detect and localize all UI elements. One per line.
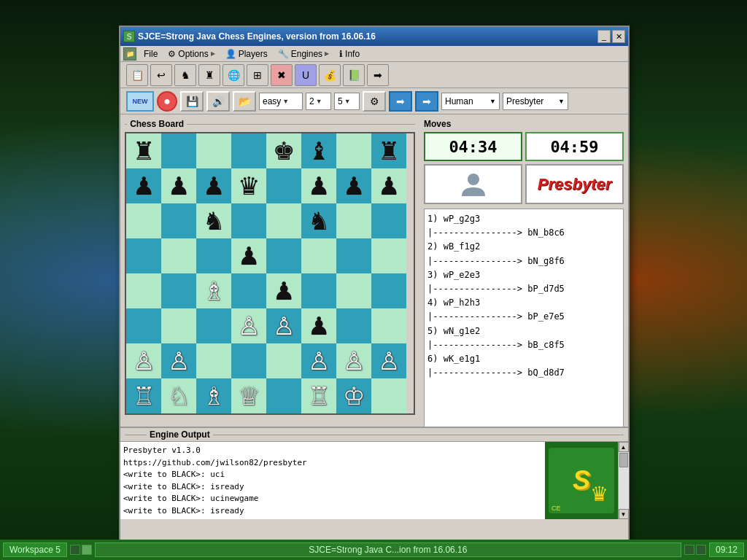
chess-board[interactable]: ♜♚♝♜♟♟♟♛♟♟♟♞♞♟♗♟♙♙♟♙♙♙♙♙♖♘♗♕♖♔ [125,132,415,415]
taskbar-app[interactable]: SJCE=Strong Java C...ion from 16.06.16 [95,542,681,557]
cell-3-7[interactable] [371,238,406,273]
piece-3-3[interactable]: ♟ [238,244,260,268]
tb-coin-button[interactable]: 💰 [319,64,341,86]
piece-7-5[interactable]: ♖ [308,384,330,408]
difficulty-dropdown[interactable]: easy ▼ [259,93,303,110]
depth2-dropdown[interactable]: 5 ▼ [334,93,360,110]
tb-x-button[interactable]: ✖ [271,64,293,86]
piece-0-4[interactable]: ♚ [273,139,295,163]
engine-scrollbar[interactable]: ▲ ▼ [618,442,628,519]
taskbar-dot-3[interactable] [684,545,694,555]
cell-3-3[interactable]: ♟ [231,238,266,273]
scrollbar-thumb[interactable] [619,453,628,467]
cell-0-7[interactable]: ♜ [371,133,406,168]
cell-6-1[interactable]: ♙ [161,343,196,378]
cell-2-4[interactable] [266,203,301,238]
piece-7-3[interactable]: ♕ [238,384,260,408]
cell-6-2[interactable] [196,343,231,378]
piece-5-3[interactable]: ♙ [238,314,260,338]
piece-4-4[interactable]: ♟ [273,279,295,303]
piece-0-7[interactable]: ♜ [378,139,400,163]
cell-3-0[interactable] [126,238,161,273]
taskbar-dot-2[interactable] [82,545,92,555]
piece-7-1[interactable]: ♘ [168,384,190,408]
stop-button[interactable]: ● [157,91,177,112]
new-game-button[interactable]: NEW [126,91,154,112]
cell-6-6[interactable]: ♙ [336,343,371,378]
cell-4-1[interactable] [161,273,196,308]
taskbar-dot-4[interactable] [696,545,706,555]
tb-u-button[interactable]: U [295,64,317,86]
human-dropdown[interactable]: Human ▼ [441,93,500,110]
cell-6-7[interactable]: ♙ [371,343,406,378]
cell-7-6[interactable]: ♔ [336,378,371,413]
menu-engines[interactable]: 🔧 Engines ▶ [274,47,333,61]
piece-2-2[interactable]: ♞ [203,209,225,233]
moves-list[interactable]: 1) wP_g2g3 |----------------> bN_b8c62) … [424,209,624,443]
cell-4-7[interactable] [371,273,406,308]
cell-1-7[interactable]: ♟ [371,168,406,203]
piece-1-3[interactable]: ♛ [238,174,260,198]
sound-button[interactable]: 🔊 [206,91,230,112]
cell-7-7[interactable] [371,378,406,413]
piece-6-0[interactable]: ♙ [133,349,155,373]
cell-3-4[interactable] [266,238,301,273]
piece-4-2[interactable]: ♗ [203,279,225,303]
piece-1-2[interactable]: ♟ [203,174,225,198]
cell-6-4[interactable] [266,343,301,378]
piece-6-7[interactable]: ♙ [378,349,400,373]
cell-0-4[interactable]: ♚ [266,133,301,168]
cell-4-3[interactable] [231,273,266,308]
tb-web-button[interactable]: 🌐 [222,64,244,86]
cell-0-1[interactable] [161,133,196,168]
next-button[interactable]: ➡ [415,91,438,112]
cell-0-3[interactable] [231,133,266,168]
tb-knight-button[interactable]: ♞ [174,64,196,86]
cell-2-3[interactable] [231,203,266,238]
cell-4-4[interactable]: ♟ [266,273,301,308]
cell-5-5[interactable]: ♟ [301,308,336,343]
tb-grid-button[interactable]: ⊞ [247,64,268,86]
cell-6-0[interactable]: ♙ [126,343,161,378]
cell-6-5[interactable]: ♙ [301,343,336,378]
cell-4-2[interactable]: ♗ [196,273,231,308]
cell-4-6[interactable] [336,273,371,308]
cell-5-7[interactable] [371,308,406,343]
save-button[interactable]: 💾 [180,91,204,112]
load-button[interactable]: 📂 [233,91,256,112]
cell-5-0[interactable] [126,308,161,343]
piece-0-5[interactable]: ♝ [308,139,330,163]
piece-1-0[interactable]: ♟ [133,174,155,198]
close-button[interactable]: ✕ [612,30,625,43]
cell-5-3[interactable]: ♙ [231,308,266,343]
piece-1-6[interactable]: ♟ [343,174,365,198]
cell-3-2[interactable] [196,238,231,273]
go-button[interactable]: ➡ [389,91,412,112]
piece-1-1[interactable]: ♟ [168,174,190,198]
menu-info[interactable]: ℹ Info [335,47,364,61]
cell-1-6[interactable]: ♟ [336,168,371,203]
cell-3-6[interactable] [336,238,371,273]
cell-1-5[interactable]: ♟ [301,168,336,203]
cell-2-5[interactable]: ♞ [301,203,336,238]
cell-0-5[interactable]: ♝ [301,133,336,168]
piece-6-5[interactable]: ♙ [308,349,330,373]
cell-7-3[interactable]: ♕ [231,378,266,413]
cell-1-4[interactable] [266,168,301,203]
cell-6-3[interactable] [231,343,266,378]
cell-0-0[interactable]: ♜ [126,133,161,168]
tb-go-button[interactable]: ➡ [367,64,389,86]
cell-4-5[interactable] [301,273,336,308]
tb-log-button[interactable]: 📋 [126,64,148,86]
engine-dropdown[interactable]: Presbyter ▼ [503,93,568,110]
taskbar-dot-1[interactable] [70,545,80,555]
piece-6-6[interactable]: ♙ [343,349,365,373]
cell-2-2[interactable]: ♞ [196,203,231,238]
piece-5-5[interactable]: ♟ [308,314,330,338]
scrollbar-down[interactable]: ▼ [619,509,629,519]
scrollbar-track[interactable] [619,452,629,509]
cell-1-3[interactable]: ♛ [231,168,266,203]
cell-3-1[interactable] [161,238,196,273]
scrollbar-up[interactable]: ▲ [619,442,629,452]
menu-file[interactable]: File [139,47,162,61]
